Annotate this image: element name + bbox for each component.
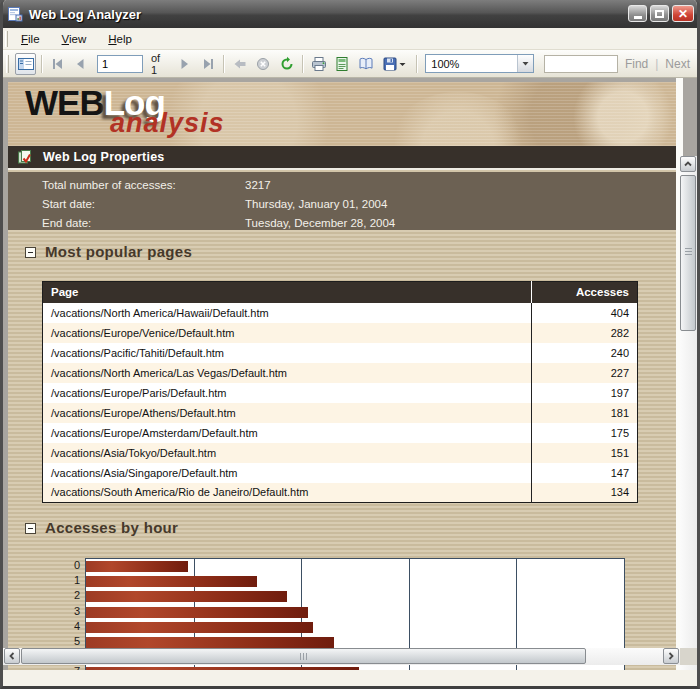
close-button[interactable]: ✕	[672, 5, 694, 22]
refresh-button[interactable]	[276, 53, 297, 75]
hour-axis-label: 2	[44, 590, 80, 601]
print-layout-button[interactable]	[332, 53, 353, 75]
find-button[interactable]: Find	[625, 57, 648, 71]
find-next-separator: |	[655, 57, 658, 71]
page-cell: /vacations/Europe/Athens/Default.htm	[43, 403, 532, 423]
horizontal-scroll-thumb[interactable]	[21, 648, 586, 664]
document-map-toggle-button[interactable]	[15, 53, 36, 75]
property-value: Tuesday, December 28, 2004	[245, 217, 395, 229]
page-of-label: of 1	[151, 52, 169, 76]
last-page-button[interactable]	[197, 53, 218, 75]
accesses-cell: 134	[532, 483, 638, 503]
hour-axis-label: 0	[44, 560, 80, 571]
hour-bar	[86, 607, 308, 618]
property-label: End date:	[42, 217, 91, 229]
hour-bar	[86, 561, 188, 572]
section-title-popular-pages: Most popular pages	[45, 243, 192, 260]
next-page-icon	[176, 56, 192, 72]
page-setup-button[interactable]	[355, 53, 376, 75]
hour-bar	[86, 576, 257, 587]
first-page-button[interactable]	[47, 53, 68, 75]
scroll-up-icon	[683, 159, 693, 169]
document-map-toggle-icon	[18, 56, 34, 72]
title-bar[interactable]: Web Log Analyzer ✕	[0, 0, 700, 28]
page-number-input[interactable]	[97, 55, 143, 73]
scroll-right-button[interactable]	[663, 648, 679, 664]
last-page-icon	[200, 56, 216, 72]
menu-gripper	[5, 31, 8, 47]
scroll-right-icon	[666, 651, 676, 661]
scroll-left-icon	[7, 651, 17, 661]
minimize-button[interactable]	[628, 5, 647, 22]
page-cell: /vacations/Asia/Tokyo/Default.htm	[43, 443, 532, 463]
export-button[interactable]	[378, 53, 411, 75]
zoom-value: 100%	[426, 58, 517, 70]
menu-view[interactable]: View	[53, 30, 96, 48]
table-row: /vacations/North America/Hawaii/Default.…	[43, 303, 638, 323]
back-icon	[232, 56, 248, 72]
next-page-button[interactable]	[174, 53, 195, 75]
export-icon	[382, 56, 398, 72]
accesses-cell: 282	[532, 323, 638, 343]
chevron-down-icon	[398, 56, 407, 72]
stop-icon	[255, 56, 271, 72]
vertical-scrollbar[interactable]	[680, 156, 697, 670]
page-cell: /vacations/North America/Las Vegas/Defau…	[43, 363, 532, 383]
menu-help[interactable]: Help	[99, 30, 141, 48]
brand-subtitle: analysis	[110, 108, 225, 139]
properties-header: Web Log Properties	[8, 146, 676, 170]
app-window: Web Log Analyzer ✕ File View Help	[0, 0, 700, 689]
prev-page-button[interactable]	[71, 53, 92, 75]
page-cell: /vacations/Asia/Singapore/Default.htm	[43, 463, 532, 483]
report-toolbar: of 1	[3, 50, 697, 78]
print-button[interactable]	[308, 53, 329, 75]
zoom-select[interactable]: 100%	[425, 54, 534, 73]
zoom-dropdown-button[interactable]	[517, 55, 533, 72]
accesses-cell: 240	[532, 343, 638, 363]
page-setup-icon	[358, 56, 374, 72]
hour-bar	[86, 591, 287, 602]
page-cell: /vacations/Europe/Paris/Default.htm	[43, 383, 532, 403]
menu-file[interactable]: File	[12, 30, 49, 48]
hour-axis-label: 4	[44, 621, 80, 632]
scroll-left-button[interactable]	[4, 648, 20, 664]
toolbar-separator	[223, 55, 224, 73]
horizontal-scrollbar[interactable]	[3, 648, 680, 665]
report-page: WEBLog analysis Web Log Properties Total…	[8, 82, 676, 670]
menu-bar: File View Help	[3, 28, 697, 50]
collapse-minus-icon[interactable]	[25, 523, 36, 534]
table-row: /vacations/North America/Las Vegas/Defau…	[43, 363, 638, 383]
table-row: /vacations/Asia/Singapore/Default.htm147	[43, 463, 638, 483]
scroll-up-button[interactable]	[680, 156, 696, 172]
property-value: Thursday, January 01, 2004	[245, 198, 387, 210]
toolbar-separator	[302, 55, 303, 73]
column-header-page: Page	[43, 282, 532, 303]
print-icon	[311, 56, 327, 72]
vertical-scroll-thumb[interactable]	[680, 175, 696, 331]
scrollbar-corner	[680, 648, 697, 665]
accesses-cell: 227	[532, 363, 638, 383]
collapse-minus-icon[interactable]	[25, 247, 36, 258]
properties-section: Total number of accesses: 3217 Start dat…	[8, 172, 676, 230]
maximize-button[interactable]	[650, 5, 669, 22]
find-text-input[interactable]	[544, 55, 618, 73]
table-row: /vacations/Europe/Amsterdam/Default.htm1…	[43, 423, 638, 443]
accesses-cell: 151	[532, 443, 638, 463]
toolbar-separator	[416, 55, 417, 73]
table-row: /vacations/Europe/Paris/Default.htm197	[43, 383, 638, 403]
report-viewport: WEBLog analysis Web Log Properties Total…	[3, 78, 697, 670]
stop-button[interactable]	[253, 53, 274, 75]
hour-bar	[86, 667, 359, 670]
hour-axis-label: 1	[44, 575, 80, 586]
column-header-accesses: Accesses	[532, 282, 638, 303]
find-next-button[interactable]: Next	[665, 57, 690, 71]
page-cell: /vacations/South America/Rio de Janeiro/…	[43, 483, 532, 503]
section-title-accesses-by-hour: Accesses by hour	[45, 519, 178, 536]
table-row: /vacations/South America/Rio de Janeiro/…	[43, 483, 638, 503]
page-cell: /vacations/Europe/Venice/Default.htm	[43, 323, 532, 343]
properties-title: Web Log Properties	[43, 150, 164, 164]
hour-axis-label: 7	[44, 666, 80, 670]
chevron-down-icon	[521, 59, 530, 68]
property-value: 3217	[245, 179, 271, 191]
back-button[interactable]	[229, 53, 250, 75]
